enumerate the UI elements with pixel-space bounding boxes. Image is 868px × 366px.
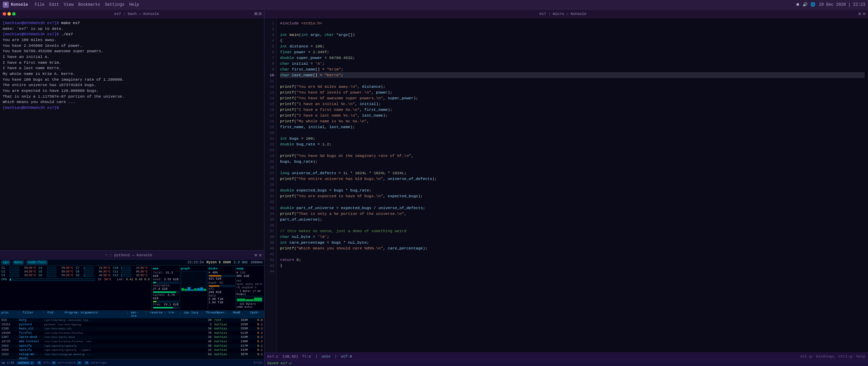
htop-nav-cpu[interactable]: cpu	[1, 260, 10, 265]
code-area[interactable]: #include <stdio.h> int main(int argc, ch…	[277, 18, 868, 352]
col-filter-label: filter	[22, 311, 41, 318]
proc-row-spotify1: 2592spotify/opt/spotify/spotify35mathias…	[0, 344, 264, 348]
editor-statusbar: ex7.c (10,32) ft:c | unix | utf-8 Alt-g:…	[264, 352, 868, 360]
key-H-terrormark[interactable]: H	[52, 361, 56, 365]
system-tray: ⏺ 🔊 🌐 29 Dec 2020 | 22:23	[796, 2, 865, 7]
proc-row-webcontent: 10725Web Content/usr/lib/firefox/firefox…	[0, 340, 264, 344]
process-count: 0/291	[254, 361, 263, 365]
close-button[interactable]	[3, 12, 6, 16]
code-line-17: printf("I have a last name %s.\n", last_…	[280, 113, 865, 118]
code-line-20	[280, 130, 865, 136]
editor-split-v-icon[interactable]: ⊟	[863, 12, 865, 16]
menu-bar: File Edit View Bookmarks Settings Help	[35, 2, 139, 7]
swap-net-section: swap ▼ 12K 906 GiB net sync auto zero <b…	[236, 266, 263, 310]
output-1: make: 'ex7' is up to date.	[3, 26, 261, 32]
uptime-display: up 1:26	[1, 361, 14, 365]
cpu-row-C2: C2 0%35°C	[1, 270, 38, 273]
editor-content[interactable]: 1 2 3 4 5 6 7 8 9 10 11 12 13 14 15 16 1…	[264, 18, 868, 352]
htop-titlebar-icons: ⊞ ⊟	[255, 253, 261, 257]
menu-view[interactable]: View	[64, 2, 74, 7]
network-icon: 🌐	[810, 2, 815, 7]
key-select-i[interactable]: select i	[17, 361, 34, 365]
process-table-header: proc | filter | Pid: Program: Arguments:…	[0, 311, 264, 318]
split-v-icon[interactable]: ⊟	[259, 11, 261, 17]
proc-row-xorg: 916Xorg/usr/lib/Xorg -nolisten tcp -20ro…	[0, 318, 264, 323]
code-line-1: #include <stdio.h>	[280, 20, 865, 26]
code-line-21: int bugs = 100;	[280, 136, 865, 141]
code-line-32	[280, 199, 865, 205]
code-line-42: return 0;	[280, 257, 865, 263]
code-line-29	[280, 182, 865, 187]
proc-row-telegram: 1522telegram-deskt/usr/bin/telegram-desk…	[0, 352, 264, 359]
code-line-44	[280, 268, 865, 274]
bash-content[interactable]: [mathias@b550mds3h ex7]$ make ex7 make: …	[0, 18, 264, 250]
editor-filetype: ft:c	[302, 354, 311, 359]
htop-nav-node[interactable]: node:full	[26, 260, 47, 265]
app-title: Konsole	[11, 2, 28, 7]
lav-label: LAV: 0.41 0.45 0.5	[117, 278, 150, 281]
disks-section: disks ▼ 49% 421 GiB Used: 0% efl 299 MiB…	[208, 266, 236, 310]
col-cpup: Cpu%↑	[250, 311, 263, 318]
minimize-button[interactable]	[7, 12, 11, 16]
cpu-row-C6: C6 0%35°C	[39, 274, 76, 277]
col-per-ore: per-ore	[131, 311, 144, 318]
cpu-row-C11: C11 0%35°C	[113, 270, 150, 273]
cpu-row-C4: C4 0%35°C	[39, 266, 76, 270]
code-line-15: printf("I have an initial %c.\n", initia…	[280, 101, 865, 107]
H-terrormark-label: terrormark	[57, 361, 76, 365]
htop-cpu-freq: 2.3 GHz	[234, 261, 248, 264]
htop-content: cpu menu node:full 22:23:54 Ryzen 5 3600…	[0, 260, 264, 366]
key-H-interrupt[interactable]: H	[84, 361, 89, 365]
code-line-9: char first_name[] = "Krim";	[280, 66, 865, 72]
split-h-icon[interactable]: ⊞	[254, 11, 257, 17]
menu-bookmarks[interactable]: Bookmarks	[78, 2, 100, 7]
col-reverse: reverse	[150, 311, 163, 318]
menu-settings[interactable]: Settings	[105, 2, 125, 7]
htop-terminal[interactable]: ~ : python3 — Konsole ⊞ ⊟ cpu menu node:…	[0, 251, 264, 366]
output-2: You are 100 miles away.	[3, 37, 261, 43]
bash-terminal[interactable]: ex7 : bash — Konsole ⊞ ⊟ [mathias@b550md…	[0, 9, 264, 251]
editor-hint: Alt-g: bindings, Ctrl-g: help	[801, 354, 865, 359]
col-filter: |	[18, 311, 21, 318]
code-line-11	[280, 78, 865, 84]
editor-split-h-icon[interactable]: ⊞	[859, 12, 861, 16]
code-line-2	[280, 26, 865, 32]
editor-filename: ex7.c	[267, 354, 278, 359]
key-H-info[interactable]: H	[37, 361, 41, 365]
systray-icons: ⏺ 🔊 🌐	[796, 2, 815, 7]
editor-panel: ex7 : micro — Konsole ⊞ ⊟ 1 2 3 4 5 6 7 …	[264, 9, 868, 366]
htop-split-v-icon[interactable]: ⊟	[259, 253, 261, 257]
editor-encoding: utf-8	[341, 354, 352, 359]
code-line-6: float power = 2.345f;	[280, 49, 865, 55]
code-line-34: printf("That is only a %e portion of the…	[280, 211, 865, 217]
proc-row-kwin: 1198kwin_x11/usr/bin/kwin_x1134mathias25…	[0, 327, 264, 331]
output-12: That is only a 1.117587e-07 portion of t…	[3, 94, 261, 100]
proc-row-latte: 1307latte-dock/usr/bin/latte-dock16mathi…	[0, 335, 264, 340]
cpu-row-C5: C5 0%35°C	[39, 270, 76, 273]
output-8: My whole name is Krim A. Kerre.	[3, 71, 261, 77]
volume-icon: 🔊	[803, 2, 808, 7]
code-line-38: char nul_byte = '\0';	[280, 234, 865, 240]
process-list: 916Xorg/usr/lib/Xorg -nolisten tcp -20ro…	[0, 318, 264, 359]
code-line-8: char initial = 'A';	[280, 61, 865, 66]
editor-saved-bar: Saved ex7.c	[264, 360, 868, 366]
code-line-13: printf("You have %f levels of power.\n",…	[280, 89, 865, 95]
cmd-line-2: [mathias@b550mds3h ex7]$ ./ex7	[3, 32, 261, 37]
menu-edit[interactable]: Edit	[49, 2, 59, 7]
bash-titlebar: ex7 : bash — Konsole ⊞ ⊟	[0, 9, 264, 18]
code-line-22: double bug_rate = 1.2;	[280, 141, 865, 147]
cmd-line-1: [mathias@b550mds3h ex7]$ make ex7	[3, 20, 261, 26]
app-icon: K	[3, 2, 9, 8]
htop-nav-menu[interactable]: menu	[13, 260, 24, 265]
htop-title: ~ : python3 — Konsole	[3, 253, 255, 257]
cpu-label: CPU	[1, 278, 7, 281]
menu-file[interactable]: File	[35, 2, 44, 7]
col-tre: tre	[169, 311, 178, 318]
key-H-2[interactable]: H	[77, 361, 81, 365]
maximize-button[interactable]	[12, 12, 16, 16]
menu-help[interactable]: Help	[129, 2, 139, 7]
code-line-23	[280, 147, 865, 153]
htop-split-h-icon[interactable]: ⊞	[255, 253, 257, 257]
col-memb: MemB	[233, 311, 249, 318]
cpu-row-C1: C1 0%35°C	[1, 266, 38, 270]
